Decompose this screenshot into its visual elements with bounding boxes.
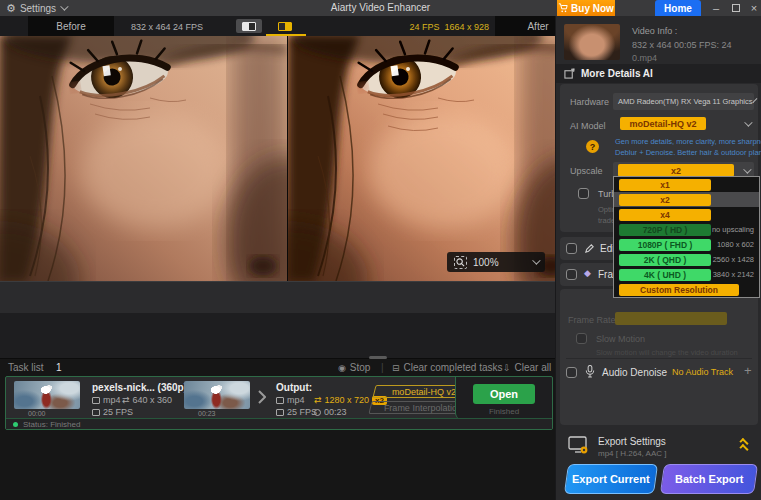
- diamond-icon: ◆: [584, 268, 591, 278]
- upscale-label: Upscale: [570, 166, 603, 176]
- clear-completed-button[interactable]: ⊟ Clear completed tasks: [392, 362, 502, 373]
- edit-checkbox[interactable]: [566, 243, 577, 254]
- help-icon[interactable]: ?: [586, 140, 599, 153]
- maximize-button[interactable]: [728, 0, 744, 16]
- input-fps: 25 FPS: [103, 407, 133, 417]
- format-icon: [276, 397, 284, 404]
- upscale-option-custom[interactable]: Custom Resolution: [614, 282, 759, 297]
- task-count: 1: [56, 362, 62, 373]
- upscale-option-1080p[interactable]: 1080P ( FHD ) 1080 x 602: [614, 237, 759, 252]
- divider: [566, 358, 752, 359]
- upscale-option-4k[interactable]: 4K ( UHD ) 3840 x 2142: [614, 267, 759, 282]
- task-status-bar: Status: Finished: [6, 418, 552, 429]
- close-button[interactable]: ×: [746, 0, 761, 16]
- section-header: More Details AI: [556, 64, 761, 83]
- task-list-header: Task list 1 ◉ Stop | ⊟ Clear completed t…: [0, 360, 555, 375]
- fps-icon: [92, 409, 100, 416]
- record-icon: ◉: [338, 363, 346, 373]
- after-resolution-info: 24 FPS 1664 x 928: [409, 22, 489, 32]
- task-input-thumbnail: [14, 381, 80, 409]
- pencil-icon: [584, 243, 595, 254]
- slow-motion-label: Slow Motion: [596, 334, 645, 344]
- export-current-button[interactable]: Export Current: [564, 464, 658, 494]
- status-dot: [13, 422, 18, 427]
- import-row: + Import i i: [0, 313, 555, 358]
- frame-rate-panel: Frame Rate Slow Motion Slow motion will …: [560, 289, 758, 425]
- arrow-right-icon: [258, 390, 266, 404]
- export-settings-row[interactable]: Export Settings mp4 [ H.264, AAC ]: [556, 432, 761, 464]
- enhance-icon: [564, 68, 575, 79]
- chevron-down-icon: [532, 256, 540, 264]
- output-fps: 25 FPS: [287, 407, 317, 417]
- batch-export-button[interactable]: Batch Export: [660, 464, 758, 494]
- split-view-toggle[interactable]: [236, 19, 262, 33]
- format-icon: [92, 397, 100, 404]
- finished-label: Finished: [456, 407, 552, 416]
- pane-divider: [287, 36, 288, 281]
- turbo-checkbox[interactable]: [578, 188, 589, 199]
- upscale-option-720p[interactable]: 720P ( HD ) no upscaling: [614, 222, 759, 237]
- before-image: [0, 36, 287, 281]
- input-format: mp4: [103, 395, 121, 405]
- cart-icon: [558, 3, 568, 13]
- open-button[interactable]: Open: [473, 384, 535, 404]
- buy-now-button[interactable]: Buy Now: [557, 0, 615, 16]
- preview-viewer[interactable]: [0, 36, 555, 281]
- audio-track-status: No Audio Track: [672, 367, 733, 377]
- output-format: mp4: [287, 395, 305, 405]
- model-description-2: Deblur + Denoise. Better hair & outdoor …: [615, 148, 761, 157]
- upscale-option-x1[interactable]: x1: [614, 177, 759, 192]
- ai-model-select-chevron[interactable]: [744, 118, 752, 126]
- export-settings-icon: [568, 436, 590, 456]
- input-resolution: 640 x 360: [133, 395, 173, 405]
- side-by-side-toggle[interactable]: [272, 19, 298, 33]
- video-info-meta: 832 x 464 00:05 FPS: 24: [632, 40, 732, 50]
- ai-model-label: AI Model: [570, 121, 606, 131]
- minimize-button[interactable]: –: [708, 0, 724, 16]
- maximize-icon: [732, 4, 740, 12]
- video-info-thumbnail: [564, 24, 620, 60]
- fps-icon: [276, 409, 284, 416]
- upscale-option-2k[interactable]: 2K ( QHD ) 2560 x 1428: [614, 252, 759, 267]
- settings-sidebar: Video Info : 832 x 464 00:05 FPS: 24 0.m…: [555, 16, 761, 500]
- add-audio-button[interactable]: +: [744, 363, 752, 378]
- upscale-dropdown: x1 x2 x4 720P ( HD ) no upscaling 1080P …: [613, 176, 760, 298]
- slow-motion-checkbox[interactable]: [576, 333, 587, 344]
- clear-completed-icon: ⊟: [392, 363, 400, 373]
- clear-all-icon: ⇩: [503, 363, 511, 373]
- task-row[interactable]: 00:00 pexels-nick... (360p).mp4 mp4 ⇄640…: [5, 376, 553, 430]
- output-resolution: 1280 x 720: [325, 395, 370, 405]
- hardware-select[interactable]: AMD Radeon(TM) RX Vega 11 Graphics: [613, 93, 754, 110]
- slow-motion-desc: Slow motion will change the video durati…: [596, 348, 738, 357]
- before-resolution-info: 832 x 464 24 FPS: [131, 22, 203, 32]
- task-output-thumbnail: [184, 381, 250, 409]
- split-view-icon: [242, 22, 256, 31]
- before-tab[interactable]: Before: [28, 16, 114, 36]
- separator: |: [381, 362, 384, 373]
- chevron-down-icon: [743, 165, 751, 173]
- output-time: 00:23: [198, 410, 216, 417]
- input-time: 00:00: [28, 410, 46, 417]
- frame-interpolation-checkbox[interactable]: [566, 269, 577, 280]
- zoom-control[interactable]: 100%: [447, 252, 545, 272]
- after-image: [288, 36, 555, 281]
- upscale-option-x4[interactable]: x4: [614, 207, 759, 222]
- magnifier-icon: [454, 256, 467, 269]
- video-info-title: Video Info :: [632, 26, 677, 36]
- resize-icon: ⇄: [122, 395, 130, 405]
- title-bar: ⚙ Settings Aiarty Video Enhancer Buy Now…: [0, 0, 761, 16]
- close-icon: ×: [751, 2, 757, 14]
- collapse-chevron-icon[interactable]: [739, 444, 748, 453]
- clear-all-button[interactable]: ⇩ Clear all: [503, 362, 551, 373]
- upscale-option-x2[interactable]: x2: [614, 192, 759, 207]
- frame-rate-value-badge: [615, 312, 727, 325]
- audio-denoise-checkbox[interactable]: [566, 367, 577, 378]
- stop-button[interactable]: ◉ Stop: [338, 362, 370, 373]
- home-button[interactable]: Home: [655, 0, 701, 16]
- output-title: Output:: [276, 382, 312, 393]
- export-settings-label: Export Settings: [598, 436, 666, 447]
- panel-resize-grip[interactable]: [369, 356, 387, 359]
- task-list-title: Task list: [8, 362, 44, 373]
- ai-model-value-badge[interactable]: moDetail-HQ v2: [620, 117, 706, 130]
- compare-bar: Before 832 x 464 24 FPS 24 FPS 1664 x 92…: [0, 16, 555, 36]
